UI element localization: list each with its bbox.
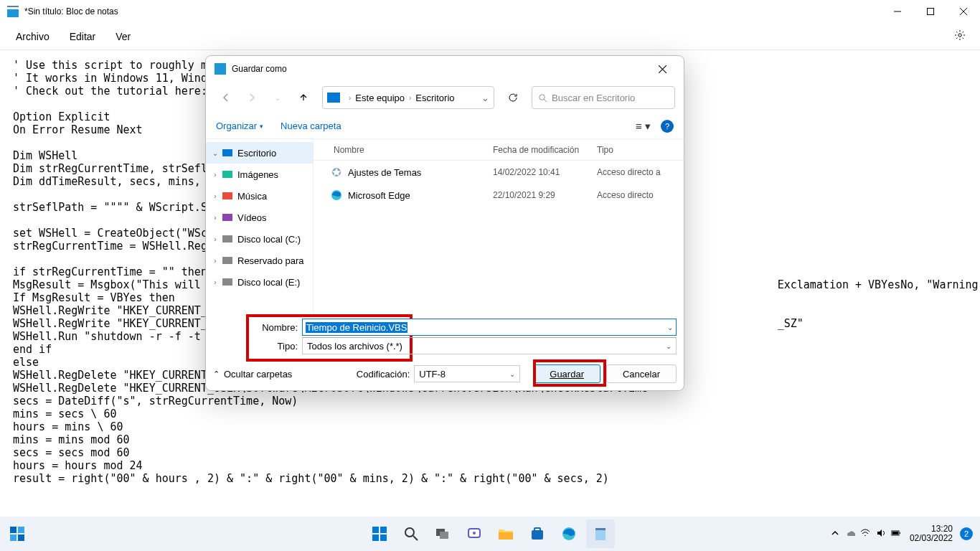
svg-rect-10 (222, 171, 232, 178)
start-button[interactable] (365, 519, 394, 548)
breadcrumb-bar[interactable]: › Este equipo › Escritorio ⌄ (322, 86, 494, 109)
svg-rect-35 (900, 532, 900, 534)
refresh-button[interactable] (501, 86, 524, 109)
explorer-button[interactable] (491, 519, 520, 548)
sidebar-item-0[interactable]: ⌄Escritorio (206, 142, 313, 164)
save-dialog: Guardar como ⌄ › Este equipo › Escritori… (205, 55, 684, 391)
encoding-label: Codificación: (357, 369, 410, 380)
sidebar-label: Vídeos (237, 212, 266, 223)
notepad-titlebar: *Sin título: Bloc de notas (0, 0, 980, 23)
breadcrumb-folder[interactable]: Escritorio (415, 93, 454, 103)
sidebar-item-1[interactable]: ›Imágenes (206, 164, 313, 185)
svg-line-8 (544, 99, 547, 102)
sidebar-label: Disco local (E:) (237, 277, 300, 288)
sidebar-item-6[interactable]: ›Disco local (E:) (206, 271, 313, 293)
svg-rect-9 (222, 149, 232, 156)
svg-rect-19 (380, 527, 387, 533)
chevron-up-icon (830, 528, 840, 538)
dialog-icon (215, 63, 226, 75)
filename-input[interactable]: Tiempo de Reinicio.VBS ⌄ (302, 319, 677, 336)
notepad-icon (7, 6, 19, 17)
volume-icon (876, 528, 886, 538)
widgets-button[interactable] (1, 518, 33, 550)
notepad-taskbar-button[interactable] (586, 519, 615, 548)
svg-point-22 (405, 528, 414, 537)
sidebar: ⌄Escritorio›Imágenes›Música›Vídeos›Disco… (206, 139, 314, 314)
nav-up-button[interactable] (292, 86, 315, 109)
sidebar-label: Música (237, 191, 267, 202)
svg-rect-15 (222, 278, 232, 286)
sidebar-label: Escritorio (237, 148, 276, 159)
pc-icon (327, 93, 340, 103)
filetype-select[interactable]: Todos los archivos (*.*) ⌄ (302, 337, 677, 354)
close-button[interactable] (947, 0, 980, 23)
organize-button[interactable]: Organizar (216, 121, 263, 131)
save-button[interactable]: Guardar (533, 364, 600, 383)
notepad-title: *Sin título: Bloc de notas (24, 6, 118, 17)
cancel-button[interactable]: Cancelar (606, 364, 677, 383)
svg-rect-12 (222, 214, 232, 221)
search-input[interactable]: Buscar en Escritorio (532, 86, 675, 109)
maximize-button[interactable] (914, 0, 947, 23)
svg-line-23 (413, 536, 418, 540)
taskbar: 13:20 02/03/2022 2 (0, 517, 980, 551)
sidebar-item-5[interactable]: ›Reservado para (206, 250, 313, 271)
chat-button[interactable] (460, 519, 489, 548)
help-button[interactable]: ? (661, 120, 674, 133)
svg-rect-28 (499, 532, 513, 540)
svg-rect-21 (380, 534, 387, 541)
column-date[interactable]: Fecha de modificación (493, 145, 597, 155)
system-tray[interactable] (829, 528, 903, 540)
svg-rect-18 (372, 527, 379, 533)
sidebar-label: Imágenes (237, 169, 278, 180)
svg-point-7 (540, 94, 545, 99)
edge-button[interactable] (555, 519, 583, 548)
wifi-icon (860, 528, 870, 538)
column-type[interactable]: Tipo (597, 145, 684, 155)
filetype-value: Todos los archivos (*.*) (307, 341, 402, 352)
minimize-button[interactable] (881, 0, 914, 23)
menu-edit[interactable]: Editar (60, 25, 106, 48)
notepad-menubar: Archivo Editar Ver (0, 23, 980, 50)
clock[interactable]: 13:20 02/03/2022 (910, 524, 953, 543)
svg-rect-33 (595, 528, 606, 530)
filename-label: Nombre: (256, 322, 298, 333)
menu-view[interactable]: Ver (105, 25, 141, 48)
file-row[interactable]: Microsoft Edge22/10/2021 9:29Acceso dire… (314, 184, 684, 207)
nav-forward-button[interactable] (240, 86, 263, 109)
hide-folders-button[interactable]: Ocultar carpetas (213, 369, 292, 380)
breadcrumb-root[interactable]: Este equipo (355, 93, 405, 103)
search-placeholder: Buscar en Escritorio (552, 93, 635, 103)
svg-rect-1 (928, 9, 934, 15)
encoding-select[interactable]: UTF-8 ⌄ (414, 365, 520, 382)
sidebar-item-4[interactable]: ›Disco local (C:) (206, 228, 313, 250)
search-icon (538, 93, 547, 103)
sidebar-label: Disco local (C:) (237, 234, 301, 245)
nav-back-button[interactable] (215, 86, 237, 109)
svg-rect-30 (534, 528, 540, 531)
task-view-button[interactable] (428, 519, 457, 548)
svg-rect-25 (440, 532, 448, 539)
dialog-titlebar: Guardar como (206, 56, 684, 82)
menu-file[interactable]: Archivo (6, 25, 60, 48)
file-row[interactable]: Ajustes de Temas14/02/2022 10:41Acceso d… (314, 161, 684, 184)
search-button[interactable] (397, 519, 425, 548)
notification-badge[interactable]: 2 (960, 527, 973, 540)
new-folder-button[interactable]: Nueva carpeta (281, 121, 341, 131)
encoding-value: UTF-8 (419, 369, 446, 380)
column-name[interactable]: Nombre (314, 145, 493, 155)
sidebar-item-2[interactable]: ›Música (206, 185, 313, 207)
sidebar-item-3[interactable]: ›Vídeos (206, 207, 313, 228)
dialog-title: Guardar como (232, 64, 287, 74)
nav-recent-button[interactable]: ⌄ (266, 86, 289, 109)
file-list: Ajustes de Temas14/02/2022 10:41Acceso d… (314, 161, 684, 207)
store-button[interactable] (523, 519, 552, 548)
filename-value: Tiempo de Reinicio.VBS (306, 322, 407, 333)
settings-button[interactable] (946, 24, 974, 50)
dialog-close-button[interactable] (646, 58, 678, 80)
view-button[interactable]: ≡ ▾ (636, 120, 651, 133)
svg-rect-11 (222, 192, 232, 199)
svg-rect-20 (372, 534, 379, 541)
svg-rect-14 (222, 257, 232, 264)
svg-rect-13 (222, 235, 232, 242)
